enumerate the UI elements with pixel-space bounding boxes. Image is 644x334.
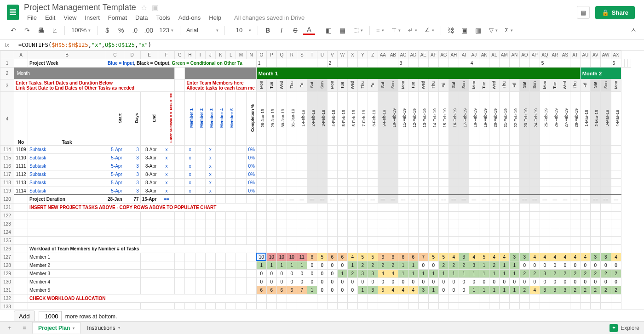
halign-button[interactable]: ≡▾ (374, 25, 387, 36)
cell[interactable] (459, 220, 469, 228)
cell[interactable]: 1 (287, 261, 297, 269)
cell[interactable] (428, 178, 438, 187)
row-header[interactable]: 119 (0, 187, 14, 195)
cell[interactable] (540, 294, 550, 302)
cell[interactable] (205, 269, 215, 277)
cell[interactable] (307, 153, 317, 162)
cell[interactable]: Mon (256, 79, 266, 92)
cell[interactable] (317, 178, 327, 187)
col-header[interactable]: I (195, 51, 205, 59)
cell[interactable] (499, 244, 509, 253)
cell[interactable]: == (550, 195, 560, 203)
cell[interactable] (327, 145, 337, 153)
cell[interactable] (428, 294, 438, 302)
cell[interactable]: Enter Subtask = x Task = '== (158, 92, 175, 146)
cell[interactable] (570, 228, 580, 236)
cell[interactable] (489, 187, 499, 195)
cell[interactable] (509, 145, 519, 153)
cell[interactable] (418, 187, 428, 195)
cell[interactable] (158, 269, 175, 277)
cell[interactable] (479, 187, 489, 195)
cell[interactable]: 1 (428, 286, 438, 294)
col-header[interactable]: D (124, 51, 140, 59)
cell[interactable] (469, 244, 479, 253)
cell[interactable]: 7 (297, 286, 307, 294)
cell[interactable] (327, 170, 337, 178)
cell[interactable] (388, 187, 398, 195)
star-icon[interactable]: ☆ (141, 3, 147, 12)
cell[interactable] (368, 244, 378, 253)
cell[interactable] (226, 277, 236, 286)
cell[interactable]: 1111 (14, 162, 28, 170)
cell[interactable]: Fri (297, 79, 307, 92)
col-header[interactable]: H (185, 51, 195, 59)
cell[interactable] (276, 203, 287, 211)
cell[interactable]: Fri (368, 79, 378, 92)
cell[interactable]: 3 (124, 170, 140, 178)
cell[interactable]: == (357, 195, 368, 203)
cell[interactable] (479, 203, 489, 211)
cell[interactable]: 2-Feb-19 (307, 92, 317, 146)
cell[interactable]: 4 (448, 253, 459, 261)
cell[interactable]: Completion % (246, 92, 256, 146)
cell[interactable] (529, 162, 540, 170)
col-header[interactable]: AA (378, 51, 388, 59)
cell[interactable]: Project Duration (28, 195, 106, 203)
col-header[interactable]: A (14, 51, 28, 59)
cell[interactable]: 4 (388, 269, 398, 277)
cell[interactable]: 5-Apr (106, 178, 124, 187)
cell[interactable]: 8-Apr (140, 178, 158, 187)
cell[interactable]: 1 (489, 269, 499, 277)
cell[interactable]: 0 (327, 261, 337, 269)
cell[interactable] (215, 269, 225, 277)
paint-format-button[interactable]: ⟀ (49, 25, 61, 36)
cell[interactable]: 2 (529, 269, 540, 277)
cell[interactable] (140, 220, 158, 228)
cell[interactable] (540, 178, 550, 187)
cell[interactable]: 10-Feb-19 (388, 92, 398, 146)
col-header[interactable]: X (347, 51, 357, 59)
cell[interactable]: == (459, 195, 469, 203)
cell[interactable] (540, 162, 550, 170)
cell[interactable]: 15-Feb-19 (438, 92, 448, 146)
cell[interactable]: x (158, 162, 175, 170)
cell[interactable] (529, 203, 540, 211)
spreadsheet-grid[interactable]: ABCDEFGHIJKLMNOPQRSTUVWXYZAAABACADAEAFAG… (0, 51, 644, 322)
cell[interactable] (337, 145, 347, 153)
cell[interactable] (195, 211, 205, 220)
cell[interactable] (357, 211, 368, 220)
format-select[interactable]: 123▾ (156, 25, 176, 36)
cell[interactable]: 3 (124, 187, 140, 195)
cell[interactable] (560, 203, 570, 211)
cell[interactable] (347, 153, 357, 162)
cell[interactable] (368, 294, 378, 302)
cell[interactable]: 4 (408, 286, 418, 294)
cell[interactable]: 2 (459, 261, 469, 269)
cell[interactable] (448, 220, 459, 228)
cell[interactable]: 0 (479, 277, 489, 286)
cell[interactable] (479, 211, 489, 220)
cell[interactable] (327, 187, 337, 195)
cell[interactable] (529, 236, 540, 244)
cell[interactable]: 6 (408, 253, 418, 261)
cell[interactable]: 0 (509, 277, 519, 286)
cell[interactable] (560, 187, 570, 195)
cell[interactable]: 3 (418, 286, 428, 294)
cell[interactable]: == (611, 195, 621, 203)
cell[interactable]: Mon (540, 79, 550, 92)
cell[interactable] (529, 59, 540, 68)
cell[interactable]: == (499, 195, 509, 203)
cell[interactable]: 3 (550, 286, 560, 294)
cell[interactable] (590, 211, 600, 220)
cell[interactable] (398, 145, 408, 153)
cell[interactable] (327, 203, 337, 211)
cell[interactable]: == (297, 195, 307, 203)
cell[interactable]: Wed (276, 79, 287, 92)
cell[interactable] (347, 162, 357, 170)
cell[interactable]: 0 (600, 277, 611, 286)
cell[interactable]: x (205, 170, 215, 178)
cell[interactable]: 9-Feb-19 (378, 92, 388, 146)
cell[interactable] (266, 145, 276, 153)
cell[interactable] (368, 187, 378, 195)
col-header[interactable]: AC (398, 51, 408, 59)
